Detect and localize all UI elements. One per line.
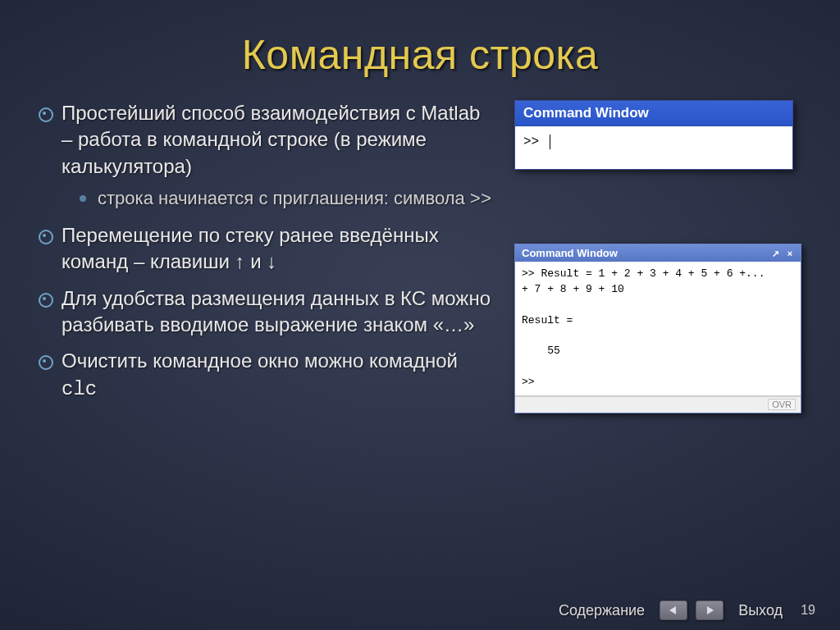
exit-button[interactable]: Выход — [738, 602, 783, 619]
svg-marker-1 — [707, 606, 714, 614]
arrow-left-icon — [668, 605, 679, 615]
page-number: 19 — [797, 603, 815, 618]
arrow-right-icon — [704, 605, 715, 615]
content-row: Простейший способ взаимодействия с Matla… — [37, 100, 803, 413]
window-body: >> — [515, 126, 792, 169]
bullet-text: Для удобства размещения данных в КС можн… — [62, 287, 491, 336]
window-body: >> Result = 1 + 2 + 3 + 4 + 5 + 6 +... +… — [515, 262, 801, 396]
text-cursor-icon — [550, 135, 550, 149]
bullet-text: Перемещение по стеку ранее введённых ком… — [62, 224, 439, 272]
contents-button[interactable]: Содержание — [559, 602, 645, 619]
sub-mono: >> — [470, 189, 491, 210]
sub-list: строка начинается с приглашения: символа… — [62, 186, 496, 212]
window-statusbar: OVR — [515, 396, 801, 413]
bullet-item: Простейший способ взаимодействия с Matla… — [37, 100, 496, 212]
next-button[interactable] — [696, 600, 724, 620]
window-title-text: Command Window — [522, 247, 618, 259]
bullet-mono: clc — [62, 378, 97, 400]
nav-arrows — [660, 600, 724, 620]
prompt-text: >> — [523, 135, 547, 149]
bullet-list: Простейший способ взаимодействия с Matla… — [37, 100, 496, 403]
undock-icon[interactable]: ↗ — [769, 249, 781, 258]
window-titlebar: Command Window ↗ × — [515, 244, 801, 262]
command-window-simple: Command Window >> — [514, 100, 793, 170]
slide-title: Командная строка — [37, 31, 803, 79]
bullet-text: Простейший способ взаимодействия с Matla… — [62, 102, 480, 177]
slide: Командная строка Простейший способ взаим… — [0, 0, 840, 630]
footer: Содержание Выход 19 — [0, 600, 840, 620]
prev-button[interactable] — [660, 600, 687, 620]
bullet-column: Простейший способ взаимодействия с Matla… — [37, 100, 496, 413]
ovr-indicator: OVR — [768, 399, 796, 410]
bullet-item: Очистить командное окно можно комадной c… — [37, 348, 496, 403]
command-window-result: Command Window ↗ × >> Result = 1 + 2 + 3… — [514, 244, 801, 413]
bullet-item: Для удобства размещения данных в КС можн… — [37, 285, 496, 339]
svg-marker-0 — [669, 606, 676, 614]
bullet-item: Перемещение по стеку ранее введённых ком… — [37, 222, 496, 276]
bullet-text: Очистить командное окно можно комадной — [62, 349, 458, 372]
close-icon[interactable]: × — [784, 249, 796, 258]
window-titlebar: Command Window — [515, 101, 792, 126]
sub-text: строка начинается с приглашения: символа — [98, 188, 470, 208]
figure-column: Command Window >> Command Window ↗ × >> … — [514, 100, 801, 413]
sub-item: строка начинается с приглашения: символа… — [80, 186, 496, 212]
